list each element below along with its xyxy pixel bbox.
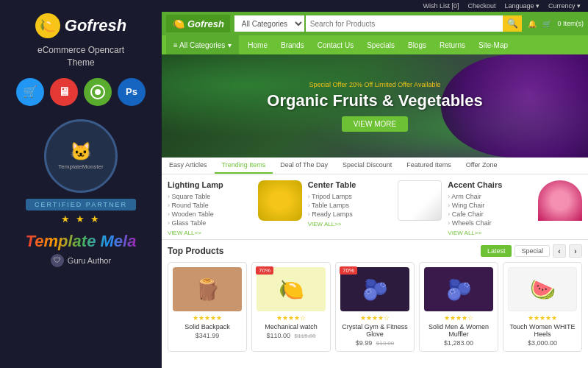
nav-bar: 🍋 Gofresh All Categories 🔍 🔔 🛒 0 Item(s) (162, 12, 588, 35)
guru-author-label: Guru Author (68, 256, 111, 265)
tm-label: TemplateMonster (58, 163, 103, 170)
product-name-4: Solid Men & Women Muffler (424, 323, 493, 338)
tab-special[interactable]: Special (514, 245, 550, 257)
view-all-accent[interactable]: VIEW ALL>> (448, 230, 582, 236)
tm-icon: 🐱 (70, 141, 92, 162)
cart-icon[interactable]: 🛒 (542, 20, 551, 28)
tab-deal-of-day[interactable]: Deal of The Day (273, 158, 335, 174)
menu-bar: ≡ All Categories ▾ Home Brands Contact U… (162, 35, 588, 54)
svg-point-1 (95, 89, 101, 95)
nav-right: 🔔 🛒 0 Item(s) (528, 20, 584, 28)
product-card-5[interactable]: 🍉 ★★★★★ Touch Women WHITE Heels $3,000.0… (503, 262, 582, 352)
tech-icons: 🛒 🖥 Ps (16, 78, 146, 106)
template-monster-badge: 🐱 TemplateMonster (44, 119, 118, 193)
cart-label: 0 Item(s) (557, 20, 584, 27)
tab-offer-zone[interactable]: Offer Zone (459, 158, 505, 174)
rating-stars: ★ ★ ★ (61, 213, 100, 224)
guru-author: 🛡 Guru Author (51, 254, 111, 267)
top-products-title: Top Products (168, 246, 223, 256)
responsive-icon: 🖥 (50, 78, 78, 106)
tab-easy-articles[interactable]: Easy Articles (162, 158, 215, 174)
hero-content: Special Offer 20% Off Limited Offer Avai… (267, 81, 482, 132)
tab-special-discount[interactable]: Special Discount (335, 158, 399, 174)
product-name-5: Touch Women WHITE Heels (508, 323, 577, 338)
menu-contact[interactable]: Contact Us (312, 38, 359, 52)
product-name-1: Solid Backpack (173, 323, 242, 330)
menu-brands[interactable]: Brands (275, 38, 310, 52)
logo-icon: 🍋 (35, 13, 60, 38)
prev-arrow[interactable]: ‹ (553, 244, 566, 258)
view-all-lighting[interactable]: VIEW ALL>> (168, 230, 302, 236)
product-card-3[interactable]: 70% 🫐 ★★★★☆ Crystal Gym & Fitness Glove … (335, 262, 415, 352)
top-products-header: Top Products Latest Special ‹ › (168, 244, 582, 258)
top-products-section: Top Products Latest Special ‹ › 🪵 ★★★★★ … (162, 240, 588, 368)
product-image-4: 🫐 (424, 267, 493, 311)
old-price-3: $13.00 (376, 340, 394, 347)
product-card-2[interactable]: 70% 🍋 ★★★★☆ Mechanical watch $110.00 $11… (251, 262, 331, 352)
old-price-2: $115.00 (295, 333, 316, 339)
joomla-icon (84, 78, 112, 106)
guru-icon: 🛡 (51, 254, 64, 267)
prod-col-lighting: Lighting Lamp Square Table Round Table W… (168, 180, 302, 236)
nav-logo-icon: 🍋 (172, 18, 184, 29)
menu-all-label: ≡ All Categories (173, 41, 225, 49)
product-stars-2: ★★★★☆ (257, 314, 326, 322)
product-name-2: Mechanical watch (257, 323, 326, 330)
language-dropdown[interactable]: Language ▾ (504, 2, 539, 10)
top-products-controls: Latest Special ‹ › (481, 244, 582, 258)
bell-icon[interactable]: 🔔 (528, 20, 537, 28)
product-stars-1: ★★★★★ (173, 314, 242, 322)
tab-latest[interactable]: Latest (481, 245, 512, 257)
product-stars-3: ★★★★☆ (340, 314, 409, 322)
brand-logo: 🍋 Gofresh (35, 13, 126, 38)
product-image-5: 🍉 (508, 267, 577, 311)
menu-blogs[interactable]: Blogs (402, 38, 432, 52)
product-price-2: $110.00 $115.00 (257, 332, 326, 339)
photoshop-icon: Ps (118, 78, 146, 106)
product-card-1[interactable]: 🪵 ★★★★★ Solid Backpack $341.99 (168, 262, 247, 352)
nutri-image (398, 180, 442, 221)
product-price-5: $3,000.00 (508, 339, 577, 347)
next-arrow[interactable]: › (569, 244, 582, 258)
left-panel: 🍋 Gofresh eCommerce OpencartTheme 🛒 🖥 Ps… (0, 0, 162, 368)
wishlist-link[interactable]: Wish List [0] (423, 2, 459, 10)
product-stars-4: ★★★★☆ (424, 314, 493, 322)
search-button[interactable]: 🔍 (503, 15, 522, 32)
hero-view-more-button[interactable]: VIEW MORE (342, 116, 408, 132)
menu-items: Home Brands Contact Us Specials Blogs Re… (242, 38, 514, 52)
certified-label: certified PaRTNER (35, 201, 127, 208)
opencart-icon: 🛒 (16, 78, 44, 106)
tab-featured-items[interactable]: Featured Items (399, 158, 459, 174)
top-bar: Wish List [0] Checkout Language ▾ Curren… (162, 0, 588, 12)
nav-logo-text: Gofresh (187, 18, 224, 29)
product-card-4[interactable]: 🫐 ★★★★☆ Solid Men & Women Muffler $1,283… (419, 262, 498, 352)
menu-sitemap[interactable]: Site-Map (473, 38, 514, 52)
category-select[interactable]: All Categories (234, 15, 304, 32)
menu-specials[interactable]: Specials (361, 38, 401, 52)
search-input[interactable] (306, 15, 503, 32)
checkout-link[interactable]: Checkout (467, 2, 495, 10)
product-badge-3: 70% (340, 266, 357, 275)
menu-home[interactable]: Home (242, 38, 273, 52)
hero-banner: Special Offer 20% Off Limited Offer Avai… (162, 54, 588, 158)
menu-returns[interactable]: Returns (434, 38, 471, 52)
product-price-3: $9.99 $13.00 (340, 339, 409, 347)
hero-offer-text: Special Offer 20% Off Limited Offer Avai… (267, 81, 482, 88)
product-price-1: $341.99 (173, 332, 242, 339)
nav-logo: 🍋 Gofresh (166, 15, 230, 32)
certified-banner: certified PaRTNER (26, 199, 136, 210)
product-name-3: Crystal Gym & Fitness Glove (340, 323, 409, 338)
currency-dropdown[interactable]: Currency ▾ (548, 2, 581, 10)
product-price-4: $1,283.00 (424, 339, 493, 347)
hero-title: Organic Fruits & Vegetables (267, 91, 482, 110)
right-panel: Wish List [0] Checkout Language ▾ Curren… (162, 0, 588, 368)
chair-image (538, 180, 582, 221)
product-image-1: 🪵 (173, 267, 242, 311)
chevron-down-icon: ▾ (228, 41, 232, 49)
product-badge-2: 70% (256, 266, 273, 275)
prod-col-center: Center Table Tripod Lamps Table Lamps Re… (308, 180, 442, 236)
view-all-center[interactable]: VIEW ALL>> (308, 221, 442, 227)
all-categories-button[interactable]: ≡ All Categories ▾ (166, 35, 239, 54)
template-mela-logo: Template Mela (26, 232, 137, 251)
tab-trending-items[interactable]: Trending Items (215, 158, 273, 174)
